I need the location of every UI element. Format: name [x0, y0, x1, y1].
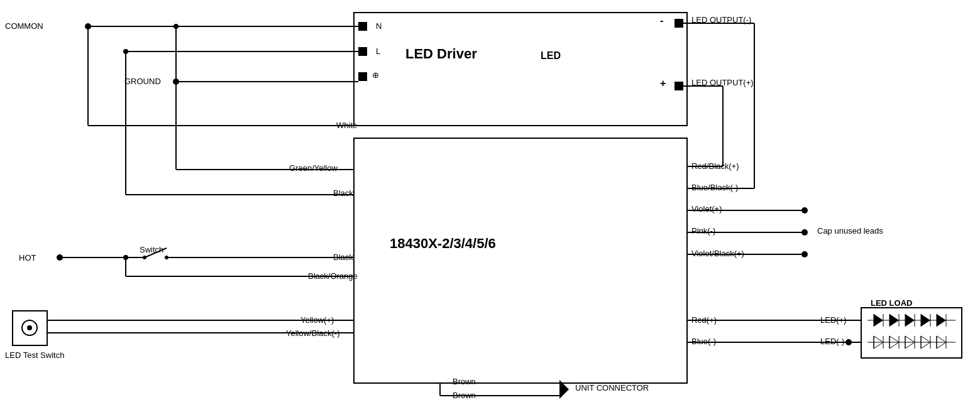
led-output-neg-label: LED OUTPUT(-): [691, 15, 751, 24]
svg-marker-66: [905, 314, 915, 327]
svg-point-36: [27, 325, 32, 330]
unit-connector-label: UNIT CONNECTOR: [575, 383, 649, 393]
black1-label: Black: [333, 188, 353, 198]
svg-point-48: [801, 207, 808, 214]
svg-point-33: [123, 49, 128, 54]
led-test-switch-label: LED Test Switch: [5, 350, 64, 360]
black2-label: Black: [333, 252, 353, 262]
svg-point-23: [143, 256, 146, 259]
yellow-pos-label: Yellow(+): [300, 315, 334, 325]
blue-neg-label: Blue(-): [691, 337, 716, 346]
svg-marker-69: [921, 314, 930, 327]
svg-marker-63: [889, 314, 899, 327]
led-neg-label: LED(-): [820, 337, 844, 346]
minus-label: -: [660, 15, 663, 26]
common-label: COMMON: [5, 21, 43, 31]
brown2-label: Brown: [453, 391, 476, 400]
plus-label: +: [660, 78, 666, 89]
svg-marker-60: [874, 314, 883, 327]
led-label: LED: [541, 50, 561, 62]
driver-model-label: 18430X-2/3/4/5/6: [390, 236, 496, 252]
red-black-pos-label: Red/Black(+): [691, 161, 739, 171]
svg-point-15: [173, 24, 179, 29]
red-pos-label: Red(+): [691, 315, 717, 325]
svg-point-28: [123, 255, 128, 260]
svg-point-52: [801, 251, 808, 257]
green-yellow-label: Green/Yellow: [289, 163, 338, 173]
pink-neg-label: Pink(-): [691, 226, 715, 236]
svg-rect-0: [354, 138, 687, 383]
violet-black-pos-label: Violet/Black(+): [691, 249, 744, 258]
l-label: L: [376, 46, 380, 56]
led-load-label: LED LOAD: [871, 298, 912, 308]
svg-rect-7: [674, 82, 683, 90]
svg-rect-6: [674, 19, 683, 28]
switch-label: Switch: [140, 245, 163, 254]
svg-rect-2: [861, 308, 962, 358]
diagram-svg: [0, 0, 980, 417]
svg-marker-72: [937, 314, 946, 327]
black-orange-label: Black/Orange: [308, 271, 358, 281]
blue-black-neg-label: Blue/Black(-): [691, 183, 738, 192]
wiring-diagram: COMMON GROUND HOT Switch LED Test Switch…: [0, 0, 980, 417]
cap-unused-label: Cap unused leads: [817, 226, 883, 236]
svg-rect-4: [358, 47, 367, 56]
violet-pos-label: Violet(+): [691, 204, 722, 214]
svg-rect-3: [358, 22, 367, 31]
led-output-pos-label: LED OUTPUT(+): [691, 78, 754, 87]
ground-symbol: ⊕: [372, 70, 379, 80]
ground-label: GROUND: [124, 77, 161, 86]
led-pos-label: LED(+): [820, 315, 847, 325]
svg-rect-1: [354, 13, 687, 126]
svg-point-24: [165, 256, 168, 259]
hot-label: HOT: [19, 253, 36, 263]
n-label: N: [376, 21, 382, 31]
yellow-black-neg-label: Yellow/Black(-): [286, 328, 340, 338]
svg-rect-5: [358, 72, 367, 81]
brown1-label: Brown: [453, 377, 476, 386]
svg-point-50: [801, 229, 808, 236]
white-label: White: [336, 121, 357, 130]
led-driver-label: LED Driver: [405, 46, 477, 62]
